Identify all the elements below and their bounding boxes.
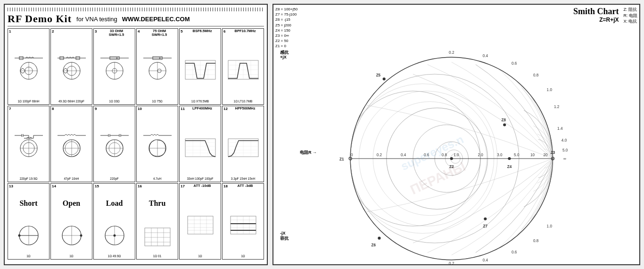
cell-2-schematic (52, 36, 91, 99)
svg-text:5.0: 5.0 (514, 152, 520, 157)
rf-cell-9: 9 220pF (93, 106, 135, 182)
cell-8-bottom: 47pF 10nH (52, 177, 91, 181)
svg-point-175 (508, 157, 511, 160)
cell-17-schematic (181, 191, 220, 254)
cell-13-schematic (9, 216, 48, 254)
rf-subtitle: for VNA testing (76, 16, 117, 23)
cell-10-bottom: 4.7uH (138, 177, 177, 181)
cell-18-bottom: 1Ω (223, 254, 263, 258)
svg-text:Z6: Z6 (371, 243, 376, 247)
svg-text:0.2: 0.2 (377, 152, 382, 157)
cell-16-schematic (138, 216, 177, 254)
svg-text:1.0: 1.0 (547, 87, 553, 92)
smith-chart-area: 感抗+jX -jX容抗 电阻R → (275, 50, 637, 267)
cell-13-label: Short (19, 190, 37, 216)
cell-14-schematic (52, 216, 91, 254)
svg-text:0.2: 0.2 (449, 261, 454, 265)
svg-point-181 (484, 217, 487, 220)
cell-16-label: Thru (149, 190, 166, 216)
svg-point-177 (383, 77, 386, 80)
rf-cell-14: 14 Open 1Ω (50, 183, 92, 260)
smith-chart-title: Smith Chart (573, 7, 619, 17)
cell-6-bottom: 1Ω LT10.7MB (223, 100, 263, 103)
svg-text:0.4: 0.4 (483, 258, 488, 262)
svg-text:20: 20 (544, 152, 548, 157)
cell-8-schematic (52, 114, 91, 177)
rf-cell-5: 5 BSF6.5MHz (179, 28, 221, 105)
svg-text:1.0: 1.0 (454, 152, 459, 157)
rf-cell-18: 18 ATT -3dB (222, 183, 264, 260)
cell-13-bottom: 1Ω (9, 254, 48, 258)
smith-title-block: Smith Chart Z=R+jX (573, 7, 619, 23)
cell-14-label: Open (63, 190, 80, 216)
rf-cell-8: 8 47pF 10nH (50, 106, 92, 182)
rf-grid: 1 1Ω 100p (8, 28, 264, 260)
smith-panel: Z8 = 100+j50 Z7 = 75-j100 Z6 = -j15 Z5 =… (272, 4, 640, 265)
svg-text:4.0: 4.0 (561, 138, 567, 143)
svg-point-183 (503, 123, 506, 126)
smith-header: Z8 = 100+j50 Z7 = 75-j100 Z6 = -j15 Z5 =… (275, 7, 637, 49)
svg-text:0.6: 0.6 (512, 61, 517, 65)
svg-text:10: 10 (530, 152, 535, 157)
rf-cell-2: 2 49.3Ω 68nH 220pF (50, 28, 92, 105)
svg-point-15 (116, 57, 117, 59)
svg-text:3.0: 3.0 (497, 152, 503, 157)
cell-18-schematic (223, 191, 263, 254)
cell-14-bottom: 1Ω (52, 254, 91, 258)
cell-12-schematic (223, 114, 263, 177)
svg-text:Z1: Z1 (339, 157, 344, 161)
cell-17-bottom: 1Ω (181, 254, 220, 258)
cell-11-schematic (181, 114, 220, 177)
rf-cell-15: 15 Load 1Ω 49.9Ω (93, 183, 135, 260)
rf-cell-3: 3 33 OHMSWR=1.5 1Ω 33Ω (93, 28, 135, 105)
svg-text:0.8: 0.8 (533, 73, 539, 77)
cell-5-bottom: 1Ω XT6.5MB (181, 100, 220, 103)
cell-7-bottom: 220pF 19.9Ω (9, 177, 48, 181)
cell-3-schematic (95, 36, 134, 99)
cell-7-schematic (9, 114, 48, 177)
svg-text:5.0: 5.0 (562, 148, 568, 152)
cell-11-bottom: 33nH 100pF 100pF (181, 177, 220, 181)
svg-text:Z4: Z4 (507, 165, 512, 169)
svg-text:0.8: 0.8 (533, 238, 539, 243)
rf-cell-11: 11 LPF400MHz 3 (179, 106, 221, 182)
svg-text:0.4: 0.4 (483, 54, 488, 58)
cell-9-schematic (95, 114, 134, 177)
rf-header: RF Demo Kit for VNA testing WWW.DEEPELEC… (8, 13, 264, 26)
svg-point-171 (450, 157, 453, 160)
cell-1-schematic (9, 36, 48, 99)
cell-15-bottom: 1Ω 49.9Ω (95, 254, 134, 258)
svg-text:0.4: 0.4 (401, 152, 406, 157)
svg-text:0: 0 (351, 152, 353, 157)
rf-cell-17: 17 ATT -10dB 1Ω (179, 183, 221, 260)
cell-12-bottom: 3.3pF 15nH 15nH (223, 177, 263, 181)
svg-point-99 (80, 234, 82, 236)
rf-cell-7: 7 (8, 106, 50, 182)
svg-text:Z3: Z3 (551, 150, 555, 154)
cell-15-label: Load (106, 190, 123, 216)
cell-15-schematic (95, 216, 134, 254)
rf-cell-13: 13 Short 1Ω (8, 183, 50, 260)
cell-1-bottom: 1Ω 100pF 68nH (9, 100, 48, 103)
cell-4-schematic (138, 36, 177, 99)
svg-text:1.2: 1.2 (554, 104, 560, 109)
rf-title: RF Demo Kit (8, 13, 72, 25)
cell-6-schematic (223, 36, 263, 99)
smith-chart-svg: 0.2 0.4 0.6 0.8 1.0 1.2 1.4 0 0.2 0.4 0.… (275, 50, 637, 267)
cell-16-bottom: 1Ω 01 (138, 254, 177, 258)
rf-cell-1: 1 1Ω 100p (8, 28, 50, 105)
rf-cell-12: 12 HPF500MHz 3 (222, 106, 264, 182)
cell-2-bottom: 49.3Ω 68nH 220pF (52, 100, 91, 103)
cell-9-bottom: 220pF (95, 177, 134, 181)
svg-text:2.0: 2.0 (478, 152, 483, 157)
cell-5-schematic (181, 36, 220, 99)
cell-4-bottom: 1Ω 75Ω (138, 100, 177, 103)
smith-z-labels: Z8 = 100+j50 Z7 = 75-j100 Z6 = -j15 Z5 =… (275, 7, 297, 49)
ruler-top (8, 8, 264, 11)
svg-text:Z5: Z5 (376, 73, 381, 77)
rf-cell-6: 6 BPF10.7MHz 1Ω LT10.7MB (222, 28, 264, 105)
svg-text:0.6: 0.6 (512, 250, 517, 254)
rf-cell-4: 4 75 OHMSWR=1.5 1Ω 75Ω (136, 28, 178, 105)
svg-text:∞: ∞ (563, 157, 566, 161)
svg-text:Z8: Z8 (501, 118, 506, 122)
